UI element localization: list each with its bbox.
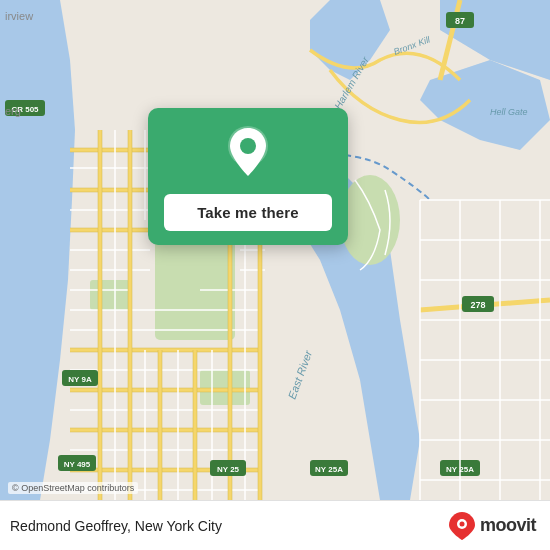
location-card: Take me there [148, 108, 348, 245]
osm-attribution: © OpenStreetMap contributors [8, 482, 138, 494]
svg-point-101 [240, 138, 256, 154]
bottom-bar: Redmond Geoffrey, New York City moovit [0, 500, 550, 550]
svg-text:NY 25A: NY 25A [315, 465, 343, 474]
svg-point-103 [459, 521, 464, 526]
moovit-logo: moovit [448, 511, 536, 541]
svg-text:NY 9A: NY 9A [68, 375, 92, 384]
svg-text:NY 495: NY 495 [64, 460, 91, 469]
svg-rect-9 [200, 370, 250, 405]
location-pin-icon [226, 126, 270, 182]
location-text: Redmond Geoffrey, New York City [10, 518, 222, 534]
svg-rect-8 [90, 280, 130, 310]
moovit-text: moovit [480, 515, 536, 536]
svg-text:278: 278 [470, 300, 485, 310]
svg-text:NY 25: NY 25 [217, 465, 240, 474]
svg-point-7 [340, 175, 400, 265]
take-me-there-button[interactable]: Take me there [164, 194, 332, 231]
svg-text:irview: irview [5, 10, 33, 22]
svg-text:erg: erg [5, 105, 21, 117]
svg-text:Hell Gate: Hell Gate [490, 107, 528, 117]
map-container: 87 278 NY 9A NY 495 NY 25 NY 25A NY 25A … [0, 0, 550, 500]
svg-text:87: 87 [455, 16, 465, 26]
